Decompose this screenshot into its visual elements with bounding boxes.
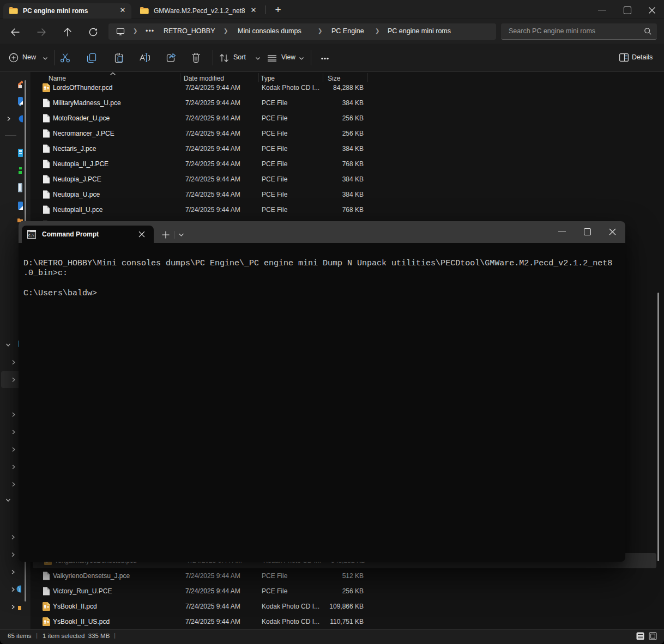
svg-text:C:\: C:\ <box>28 234 34 238</box>
